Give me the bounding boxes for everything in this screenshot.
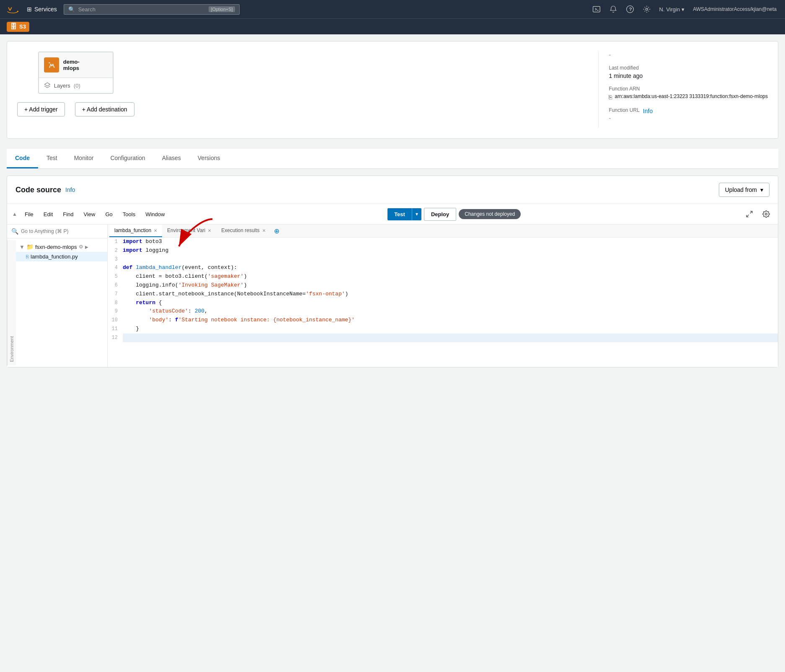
code-tab-env-close[interactable]: ✕ [208,228,211,233]
search-input[interactable] [78,6,206,13]
search-shortcut: [Option+S] [209,6,235,12]
upload-from-label: Upload from [725,186,757,193]
function-box-header: demo- mlops [39,52,113,78]
settings-button[interactable] [759,207,773,221]
tab-versions[interactable]: Versions [189,149,229,168]
file-search-icon: 🔍 [11,228,18,235]
bell-icon-btn[interactable] [606,2,621,17]
svg-point-8 [765,213,767,215]
region-selector[interactable]: N. Virgin ▾ [656,5,688,14]
menu-items-group: File Edit Find View Go Tools Window [21,209,169,220]
tab-monitor[interactable]: Monitor [66,149,102,168]
environment-label: Environment [7,240,16,365]
tab-code[interactable]: Code [7,149,38,168]
menu-edit[interactable]: Edit [39,209,57,220]
add-destination-button[interactable]: + Add destination [75,102,134,116]
services-button[interactable]: ⊞ Services [23,4,60,14]
account-info[interactable]: AWSAdministratorAccess/kjian@neta [689,5,780,14]
editor-wrapper: 🔍 Environment ▼ 📁 fsxn-demo-mlops ⚙ ▶ [7,225,778,367]
function-name: demo- mlops [63,59,80,71]
code-line-1: 1 import boto3 [108,238,778,246]
code-line-2: 2 import logging [108,246,778,255]
tabs-bar: Code Test Monitor Configuration Aliases … [7,149,778,169]
function-arn-row: Function ARN ⎘ arn:aws:lambda:us-east-1:… [609,86,768,101]
code-tab-exec-results[interactable]: Execution results ✕ [216,225,270,237]
function-arn-label: Function ARN [609,86,768,92]
editor-area: 🔍 Environment ▼ 📁 fsxn-demo-mlops ⚙ ▶ [7,225,778,367]
svg-line-7 [746,215,749,217]
cloudshell-icon-btn[interactable] [589,2,604,17]
test-dropdown-button[interactable]: ▾ [412,208,421,220]
search-bar[interactable]: 🔍 [Option+S] [64,4,240,15]
file-panel: 🔍 Environment ▼ 📁 fsxn-demo-mlops ⚙ ▶ [7,225,108,367]
layers-count: (0) [74,83,80,89]
folder-settings-icon[interactable]: ⚙ [79,244,83,250]
file-search-input[interactable] [21,228,103,234]
settings-icon-btn[interactable] [639,2,654,17]
code-tab-lambda-close[interactable]: ✕ [154,228,157,233]
code-tab-lambda-label: lambda_function [114,227,151,233]
menu-file[interactable]: File [21,209,38,220]
file-item-lambda[interactable]: ⎘ lambda_function.py [16,252,107,261]
tab-test[interactable]: Test [38,149,66,168]
test-deploy-group: Test ▾ Deploy Changes not deployed [387,208,521,221]
code-source-header: Code source Info Upload from ▾ [7,176,778,204]
menu-tools[interactable]: Tools [119,209,139,220]
tab-aliases[interactable]: Aliases [154,149,189,168]
nav-icons: ? N. Virgin ▾ AWSAdministratorAccess/kji… [589,2,780,17]
s3-label: S3 [19,23,26,30]
top-dash: - [609,52,768,58]
menu-window[interactable]: Window [141,209,169,220]
code-source-info-link[interactable]: Info [65,186,75,193]
menu-find[interactable]: Find [59,209,77,220]
info-panel: - Last modified 1 minute ago Function AR… [598,52,768,128]
region-chevron: ▾ [682,6,684,13]
code-line-7: 7 client.start_notebook_instance(Noteboo… [108,290,778,299]
test-button[interactable]: Test [387,208,412,220]
code-source-card: Code source Info Upload from ▾ ▲ File Ed… [7,176,778,367]
add-tab-button[interactable]: ⊕ [271,225,283,237]
code-tab-lambda-function[interactable]: lambda_function ✕ [109,225,162,237]
function-card: demo- mlops Layers (0) + Add trigger + A… [7,41,778,139]
function-url-label: Function URL [609,107,639,113]
aws-logo[interactable] [5,2,20,17]
folder-arrow-icon: ▶ [85,245,88,249]
top-navigation: ⊞ Services 🔍 [Option+S] ? N. Virgin ▾ AW… [0,0,785,18]
function-box: demo- mlops Layers (0) [38,52,114,94]
account-label: AWSAdministratorAccess/kjian@neta [693,6,777,12]
code-tab-env-label: Environment Vari [167,227,205,233]
last-modified-row: Last modified 1 minute ago [609,65,768,79]
service-bar: 🗄 S3 [0,18,785,34]
code-line-12: 12 [108,333,778,342]
function-url-row: Function URL Info - [609,107,768,121]
function-arn-value: ⎘ arn:aws:lambda:us-east-1:23223 3133319… [609,93,768,101]
menu-view[interactable]: View [80,209,100,220]
deploy-button[interactable]: Deploy [424,208,456,221]
function-url-info-link[interactable]: Info [643,108,653,114]
svg-line-6 [750,211,752,213]
function-layers[interactable]: Layers (0) [39,78,113,93]
code-content[interactable]: 1 import boto3 2 import logging 3 4 [108,238,778,367]
menu-go[interactable]: Go [101,209,117,220]
sort-icon: ▲ [12,211,17,217]
add-trigger-button[interactable]: + Add trigger [17,102,65,116]
region-label: N. Virgin [659,6,680,13]
upload-from-button[interactable]: Upload from ▾ [719,183,770,197]
svg-point-4 [646,8,648,10]
copy-arn-icon[interactable]: ⎘ [609,94,612,101]
expand-editor-button[interactable] [743,207,756,221]
code-line-6: 6 logging.info('Invoking SageMaker') [108,281,778,290]
tab-configuration[interactable]: Configuration [102,149,153,168]
upload-dropdown-icon: ▾ [760,186,763,193]
file-tree: Environment ▼ 📁 fsxn-demo-mlops ⚙ ▶ ⎘ [7,238,107,367]
function-url-value: - [609,115,768,121]
code-tab-exec-close[interactable]: ✕ [262,228,266,233]
code-tab-env-var[interactable]: Environment Vari ✕ [162,225,216,237]
help-icon-btn[interactable]: ? [622,2,638,17]
info-dash-row: - [609,52,768,58]
folder-item-fsxn[interactable]: ▼ 📁 fsxn-demo-mlops ⚙ ▶ [16,242,107,252]
main-content: demo- mlops Layers (0) + Add trigger + A… [0,41,785,377]
svg-text:?: ? [629,6,632,12]
code-line-9: 9 'statusCode': 200, [108,307,778,316]
s3-service-badge[interactable]: 🗄 S3 [7,22,29,32]
